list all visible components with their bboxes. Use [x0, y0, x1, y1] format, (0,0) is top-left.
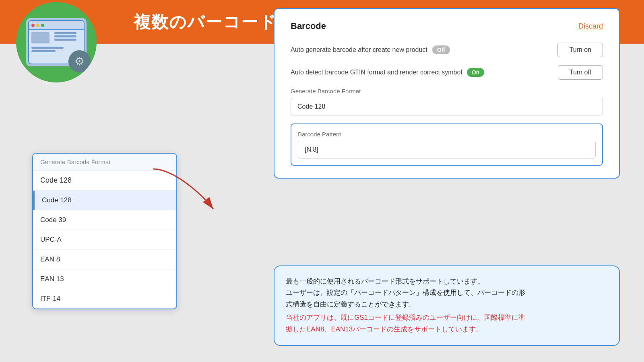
- dot-green-logo: [41, 24, 44, 27]
- logo-line: [31, 47, 64, 49]
- logo-line: [31, 50, 56, 52]
- format-field-label: Generate Barcode Format: [291, 88, 603, 95]
- setting-label-group-1: Auto generate barcode after create new p…: [291, 45, 450, 54]
- dropdown-item-label: EAN 13: [40, 275, 64, 283]
- dropdown-item-label: ITF-14: [40, 295, 60, 303]
- logo-line: [54, 32, 76, 34]
- turn-off-button[interactable]: Turn off: [558, 65, 603, 80]
- info-box: 最も一般的に使用されるバーコード形式をサポートしています。ユーザーは、設定の「バ…: [274, 265, 620, 346]
- dropdown-item-ean8[interactable]: EAN 8: [33, 250, 176, 269]
- dropdown-selected-item[interactable]: Code 128: [33, 171, 176, 191]
- logo-area: ⚙: [16, 2, 97, 82]
- logo-titlebar: [29, 21, 84, 30]
- dot-red: [31, 24, 35, 27]
- logo-lines: [54, 32, 76, 43]
- dropdown-item-upca[interactable]: UPC-A: [33, 230, 176, 250]
- dropdown-item-label: UPC-A: [40, 236, 62, 244]
- setting-row-1: Auto generate barcode after create new p…: [291, 43, 603, 57]
- logo-line: [54, 39, 76, 41]
- setting-label-2: Auto detect barcode GTIN format and rend…: [291, 69, 462, 76]
- status-badge-2: On: [467, 68, 484, 77]
- dot-yellow: [36, 24, 39, 27]
- card-header: Barcode Discard: [291, 21, 603, 31]
- logo-inner: ⚙: [26, 18, 87, 66]
- dropdown-item-code128-active[interactable]: Code 128: [33, 191, 176, 210]
- setting-label-1: Auto generate barcode after create new p…: [291, 46, 427, 53]
- dropdown-item-label: EAN 8: [40, 255, 60, 263]
- dropdown-header: Generate Barcode Format: [33, 154, 176, 171]
- pattern-field-section: Barcode Pattern: [291, 123, 603, 166]
- setting-row-2: Auto detect barcode GTIN format and rend…: [291, 65, 603, 80]
- dropdown-item-label: Code 39: [40, 216, 66, 224]
- turn-on-button[interactable]: Turn on: [557, 43, 603, 57]
- logo-line: [54, 35, 76, 37]
- pattern-field-input[interactable]: [298, 141, 596, 158]
- setting-label-group-2: Auto detect barcode GTIN format and rend…: [291, 68, 484, 77]
- dropdown-container: Generate Barcode Format Code 128 Code 12…: [32, 153, 177, 309]
- gear-icon: ⚙: [68, 50, 91, 72]
- pattern-field-label: Barcode Pattern: [298, 131, 596, 138]
- format-field-input[interactable]: [291, 98, 603, 115]
- status-badge-1: Off: [432, 45, 450, 54]
- info-text-red: 当社のアプリは、既にGS1コードに登録済みのユーザー向けに、国際標準に準拠したE…: [286, 312, 608, 335]
- barcode-card: Barcode Discard Auto generate barcode af…: [274, 8, 620, 179]
- dropdown-item-ean13[interactable]: EAN 13: [33, 269, 176, 289]
- logo-block: [31, 32, 50, 43]
- discard-button[interactable]: Discard: [578, 22, 603, 31]
- dropdown-item-label: Code 128: [42, 196, 72, 204]
- format-field-section: Generate Barcode Format: [291, 88, 603, 115]
- dropdown-item-code39[interactable]: Code 39: [33, 210, 176, 230]
- info-text-black: 最も一般的に使用されるバーコード形式をサポートしています。ユーザーは、設定の「バ…: [286, 276, 608, 311]
- dropdown-item-itf14[interactable]: ITF-14: [33, 289, 176, 309]
- card-title: Barcode: [291, 21, 326, 31]
